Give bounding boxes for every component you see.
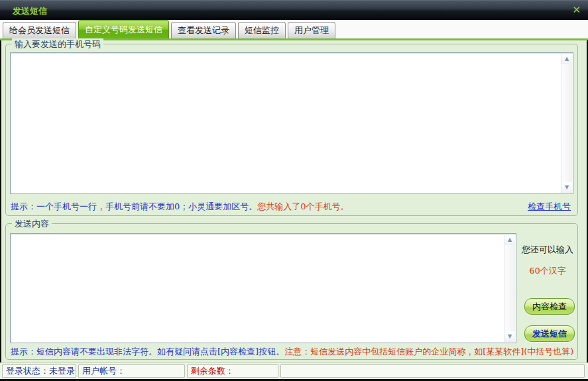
- tab-view-send-records[interactable]: 查看发送记录: [171, 22, 236, 38]
- phone-hint-text: 提示：一个手机号一行，手机号前请不要加0；小灵通要加区号。: [11, 201, 257, 211]
- tab-user-management[interactable]: 用户管理: [288, 22, 335, 38]
- content-group-title: 发送内容: [12, 218, 52, 230]
- status-bar: 登录状态：未登录 用户帐号： 剩余条数：: [0, 362, 588, 379]
- content-hint-text: 提示：短信内容请不要出现非法字符。如有疑问请点击[内容检查]按钮。: [11, 347, 284, 356]
- phone-numbers-textarea-wrap: ▲ ▼: [10, 52, 573, 194]
- title-bar: 发送短信 ✕: [0, 0, 588, 20]
- content-check-button[interactable]: 内容检查: [524, 298, 575, 315]
- phone-hint-line: 提示：一个手机号一行，手机号前请不要加0；小灵通要加区号。您共输入了0个手机号。: [11, 201, 349, 213]
- message-side-panel: 您还可以输入 60个汉字 内容检查 发送短信: [518, 224, 577, 343]
- scroll-up-icon[interactable]: ▲: [561, 54, 572, 64]
- user-account-panel: 用户帐号：: [78, 364, 185, 378]
- phone-numbers-group: 输入要发送的手机号码 ▲ ▼ 提示：一个手机号一行，手机号前请不要加0；小灵通要…: [5, 44, 578, 216]
- phone-numbers-input[interactable]: [11, 54, 561, 193]
- content-hint-line: 提示：短信内容请不要出现非法字符。如有疑问请点击[内容检查]按钮。注意：短信发送…: [11, 346, 573, 358]
- tab-bar: 给会员发送短信 自定义号码发送短信 查看发送记录 短信监控 用户管理: [0, 20, 588, 38]
- message-content-input[interactable]: [11, 235, 504, 342]
- tab-send-to-custom-numbers[interactable]: 自定义号码发送短信: [78, 20, 169, 38]
- scroll-down-icon[interactable]: ▼: [561, 182, 572, 193]
- sms-app-window: 发送短信 ✕ 给会员发送短信 自定义号码发送短信 查看发送记录 短信监控 用户管…: [0, 0, 588, 381]
- remaining-count-panel: 剩余条数：: [187, 364, 278, 378]
- content-warning-text: 注意：短信发送内容中包括短信账户的企业简称，如[某某软件](中括号也算): [284, 347, 573, 356]
- tab-sms-monitor[interactable]: 短信监控: [238, 22, 286, 38]
- tab-send-to-members[interactable]: 给会员发送短信: [3, 22, 76, 38]
- login-status-panel: 登录状态：未登录: [2, 364, 76, 378]
- phone-textarea-scrollbar[interactable]: ▲ ▼: [561, 54, 572, 193]
- send-sms-button[interactable]: 发送短信: [524, 325, 575, 342]
- remaining-characters-count: 60个汉字: [518, 265, 577, 277]
- message-content-group: 发送内容 ▲ ▼ 您还可以输入 60个汉字 内容检查 发送短信 提示：短信内容请…: [5, 223, 578, 360]
- window-title: 发送短信: [13, 5, 47, 17]
- phone-count-text: 您共输入了0个手机号。: [257, 201, 349, 211]
- close-icon[interactable]: ✕: [572, 4, 581, 16]
- scroll-down-icon[interactable]: ▼: [504, 331, 515, 342]
- status-spacer-panel: [280, 364, 585, 378]
- check-phone-numbers-link[interactable]: 检查手机号: [528, 201, 571, 213]
- message-textarea-wrap: ▲ ▼: [10, 233, 516, 343]
- message-textarea-scrollbar[interactable]: ▲ ▼: [504, 235, 515, 342]
- scroll-up-icon[interactable]: ▲: [504, 235, 515, 245]
- remaining-input-label: 您还可以输入: [518, 244, 577, 256]
- phone-group-title: 输入要发送的手机号码: [12, 38, 103, 50]
